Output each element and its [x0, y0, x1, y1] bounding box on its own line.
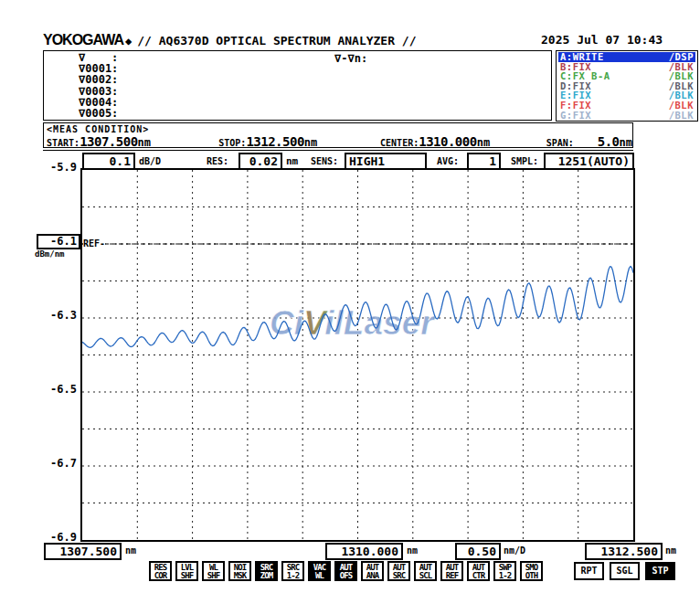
x-center-unit: nm — [407, 543, 418, 559]
x-start-unit: nm — [125, 543, 136, 559]
meas-start[interactable]: START:1307.500nm — [47, 134, 218, 149]
softkey-aut-src[interactable]: AUTSRC — [387, 561, 410, 581]
trace-status-row-g[interactable]: G:FIX/BLK — [558, 111, 695, 121]
trace-name: A:WRITE — [560, 52, 604, 62]
x-stop-unit: nm — [665, 543, 676, 559]
x-center-value[interactable]: 1310.000 — [325, 543, 403, 560]
softkey-aut-scl[interactable]: AUTSCL — [414, 561, 437, 581]
trace-mode: /BLK — [669, 111, 694, 121]
stop-label: STOP: — [218, 138, 246, 148]
x-start-value[interactable]: 1307.500 — [44, 543, 122, 560]
softkey-swp-1-2[interactable]: SWP1-2 — [493, 561, 516, 581]
trace-mode: /BLK — [669, 101, 694, 111]
delta-marker-label: ∇-∇n: — [334, 52, 367, 65]
marker-row: ∇0002: — [79, 74, 551, 85]
span-value: 5.0 — [574, 134, 620, 149]
span-label: SPAN: — [546, 138, 574, 148]
ref-level-unit: dBm/nm — [35, 249, 65, 259]
meas-condition-title: <MEAS CONDITION> — [44, 123, 632, 134]
softkey-aut-ofs[interactable]: AUTOFS — [334, 561, 357, 581]
x-scale-unit: nm/D — [504, 543, 525, 559]
level-scale-value[interactable]: 0.1 — [82, 153, 135, 170]
trace-status-row-a[interactable]: A:WRITE/DSP — [558, 52, 695, 62]
trace-name: F:FIX — [560, 101, 591, 111]
start-label: START: — [47, 138, 80, 148]
datetime: 2025 Jul 07 10:43 — [541, 33, 663, 47]
divider — [43, 150, 633, 151]
x-scale-value[interactable]: 0.50 — [455, 543, 501, 560]
y-axis-label: -6.9 — [27, 531, 77, 544]
meas-center[interactable]: CENTER:1310.000nm — [380, 134, 546, 149]
marker-info-panel: ∇ :∇0001:∇0002:∇0003:∇0004:∇0005: ∇-∇n: — [43, 50, 552, 121]
softkey-aut-ctr[interactable]: AUTCTR — [467, 561, 490, 581]
softkey-noi-msk[interactable]: NOIMSK — [228, 561, 251, 581]
softkey-aut-ref[interactable]: AUTREF — [440, 561, 463, 581]
softkey-src-zom[interactable]: SRCZOM — [255, 561, 278, 581]
y-axis-label: -6.5 — [27, 383, 77, 396]
marker-list: ∇ :∇0001:∇0002:∇0003:∇0004:∇0005: — [44, 51, 551, 119]
y-axis-label: -6.7 — [27, 457, 77, 470]
softkey-smo-oth[interactable]: SMOOTH — [520, 561, 543, 581]
meas-span[interactable]: SPAN:5.0nm — [546, 134, 632, 149]
meas-stop[interactable]: STOP:1312.500nm — [218, 134, 380, 149]
span-unit: nm — [620, 136, 632, 149]
softkey-aut-ana[interactable]: AUTANA — [361, 561, 384, 581]
softkeys-single: RPTSGLSTP — [574, 562, 675, 580]
trace-name: G:FIX — [560, 111, 591, 121]
start-unit: nm — [138, 136, 151, 149]
marker-row: ∇0003: — [79, 86, 551, 97]
plot-svg: CiVilLaser — [82, 170, 633, 540]
ref-line-label: REF- — [83, 239, 105, 249]
center-label: CENTER: — [380, 138, 419, 148]
page-title: // AQ6370D OPTICAL SPECTRUM ANALYZER // — [137, 34, 416, 48]
marker-row: ∇0004: — [79, 97, 551, 108]
header: YOKOGAWA ◆ // AQ6370D OPTICAL SPECTRUM A… — [43, 32, 417, 48]
softkey-src-1-2[interactable]: SRC1-2 — [281, 561, 304, 581]
trace-mode: /DSP — [669, 52, 694, 62]
softkey-rpt[interactable]: RPT — [574, 562, 604, 580]
brand-diamond-icon: ◆ — [125, 35, 132, 48]
marker-row: ∇0001: — [79, 63, 551, 74]
start-value: 1307.500 — [80, 134, 137, 149]
brand-logo: YOKOGAWA — [43, 32, 123, 48]
softkey-sgl[interactable]: SGL — [610, 562, 640, 580]
x-stop-value[interactable]: 1312.500 — [585, 543, 663, 560]
trace-status-row-f[interactable]: F:FIX/BLK — [558, 101, 695, 111]
softkey-stp[interactable]: STP — [645, 562, 675, 580]
trace-status-list: A:WRITE/DSPB:FIX/BLKC:FX B-A/BLKD:FIX/BL… — [557, 51, 697, 121]
ref-level-value[interactable]: -6.1 — [37, 234, 80, 249]
marker-row: ∇ : — [79, 52, 551, 63]
stop-unit: nm — [304, 136, 317, 149]
softkey-res-cor[interactable]: RESCOR — [149, 561, 172, 581]
softkey-vac-wl[interactable]: VACWL — [308, 561, 331, 581]
y-axis-label: -5.9 — [27, 161, 77, 174]
stop-value: 1312.500 — [246, 134, 303, 149]
trace-status-panel: A:WRITE/DSPB:FIX/BLKC:FX B-A/BLKD:FIX/BL… — [556, 50, 698, 122]
center-unit: nm — [477, 136, 490, 149]
center-value: 1310.000 — [419, 134, 476, 149]
plot-area: CiVilLaser REF- — [80, 168, 635, 542]
softkey-lvl-shf[interactable]: LVLSHF — [175, 561, 198, 581]
softkeys-double: RESCORLVLSHFWLSHFNOIMSKSRCZOMSRC1-2VACWL… — [149, 561, 543, 581]
y-axis-label: -6.3 — [27, 309, 77, 322]
meas-condition-panel: <MEAS CONDITION> START:1307.500nm STOP:1… — [43, 122, 633, 148]
marker-row: ∇0005: — [79, 108, 551, 119]
softkey-wl-shf[interactable]: WLSHF — [202, 561, 225, 581]
